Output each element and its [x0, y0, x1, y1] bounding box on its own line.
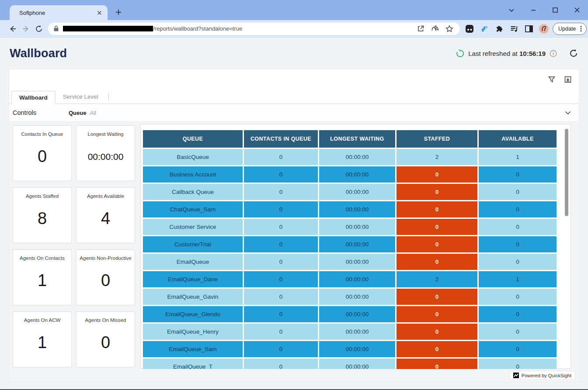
table-row[interactable]: Customer Service000:00:0000 [143, 219, 557, 235]
tab-wallboard[interactable]: Wallboard [11, 91, 56, 104]
key-icon[interactable] [479, 24, 490, 34]
cell-longest-waiting[interactable]: 00:00:00 [319, 201, 395, 217]
cell-longest-waiting[interactable]: 00:00:00 [319, 219, 395, 235]
cell-available[interactable]: 0 [479, 324, 557, 340]
cell-queue[interactable]: EmailQueue_Henry [143, 324, 243, 340]
cell-available[interactable]: 0 [479, 306, 557, 322]
cell-queue[interactable]: CustomerTrial [143, 236, 243, 252]
cell-contacts-in-queue[interactable]: 0 [244, 236, 318, 252]
cell-longest-waiting[interactable]: 00:00:00 [319, 271, 395, 287]
reload-icon[interactable] [32, 22, 45, 35]
cell-contacts-in-queue[interactable]: 0 [244, 341, 318, 357]
cell-staffed[interactable]: 0 [397, 219, 477, 235]
cell-contacts-in-queue[interactable]: 0 [244, 289, 318, 305]
table-row[interactable]: EmailQueue_Gavin000:00:0000 [143, 289, 557, 305]
cell-longest-waiting[interactable]: 00:00:00 [319, 359, 395, 369]
cell-longest-waiting[interactable]: 00:00:00 [319, 289, 395, 305]
bookmark-star-icon[interactable] [444, 24, 455, 34]
filter-funnel-icon[interactable] [547, 75, 556, 84]
cell-staffed[interactable]: 0 [397, 289, 477, 305]
cell-staffed[interactable]: 0 [397, 341, 477, 357]
cell-queue[interactable]: EmailQueue_Gavin [143, 289, 243, 305]
cell-staffed[interactable]: 0 [397, 201, 477, 217]
cell-staffed[interactable]: 0 [397, 306, 477, 322]
cell-longest-waiting[interactable]: 00:00:00 [319, 324, 395, 340]
puzzle-icon[interactable] [494, 24, 504, 34]
column-header[interactable]: CONTACTS IN QUEUE [244, 130, 318, 148]
minimize-icon[interactable] [528, 4, 539, 16]
close-icon[interactable] [95, 9, 103, 17]
cell-contacts-in-queue[interactable]: 0 [244, 271, 318, 287]
cell-longest-waiting[interactable]: 00:00:00 [319, 236, 395, 252]
playlist-icon[interactable] [509, 24, 519, 34]
table-row[interactable]: Business Account000:00:0000 [143, 166, 557, 183]
cell-longest-waiting[interactable]: 00:00:00 [319, 149, 395, 165]
export-icon[interactable] [564, 75, 572, 84]
cell-queue[interactable]: EmailQueue [143, 254, 243, 270]
cell-staffed[interactable]: 0 [397, 254, 477, 270]
open-in-new-icon[interactable] [415, 24, 426, 34]
cell-available[interactable]: 0 [479, 219, 557, 235]
tab-service-level[interactable]: Service Level [56, 90, 106, 104]
cell-staffed[interactable]: 2 [397, 149, 477, 165]
new-tab-icon[interactable] [113, 7, 124, 18]
table-row[interactable]: EmailQueue_Sam000:00:0000 [143, 341, 557, 357]
cell-staffed[interactable]: 0 [397, 324, 477, 340]
back-icon[interactable] [6, 22, 19, 35]
extension-dots-icon[interactable] [464, 24, 475, 34]
chevron-down-icon[interactable] [563, 108, 573, 117]
cell-contacts-in-queue[interactable]: 0 [244, 166, 318, 183]
cell-longest-waiting[interactable]: 00:00:00 [319, 166, 395, 183]
cell-queue[interactable]: EmailQueue_Sam [143, 341, 243, 357]
table-row[interactable]: Callback Queue000:00:0000 [143, 184, 557, 200]
table-row[interactable]: EmailQueue_Dane000:00:0021 [143, 271, 557, 287]
cell-queue[interactable]: BasicQueue [143, 149, 243, 165]
cell-available[interactable]: 0 [479, 359, 557, 369]
cell-available[interactable]: 0 [479, 166, 557, 183]
refresh-icon[interactable] [568, 48, 579, 59]
cell-contacts-in-queue[interactable]: 0 [244, 184, 318, 200]
table-row[interactable]: EmailQueue_Henry000:00:0000 [143, 324, 557, 340]
column-header[interactable]: LONGEST WAITING [319, 130, 395, 148]
side-panel-icon[interactable] [524, 24, 534, 34]
cell-available[interactable]: 1 [479, 149, 557, 165]
cell-contacts-in-queue[interactable]: 0 [244, 149, 318, 165]
maximize-icon[interactable] [550, 4, 561, 16]
column-header[interactable]: AVAILABLE [479, 130, 557, 148]
cell-staffed[interactable]: 0 [397, 359, 477, 369]
close-window-icon[interactable] [571, 4, 583, 16]
cell-contacts-in-queue[interactable]: 0 [244, 219, 318, 235]
table-row[interactable]: BasicQueue000:00:0021 [143, 149, 557, 165]
update-button[interactable]: Update [553, 23, 587, 35]
cell-queue[interactable]: Customer Service [143, 219, 243, 235]
table-row[interactable]: EmailQueue_Glendo000:00:0000 [143, 306, 557, 322]
cell-longest-waiting[interactable]: 00:00:00 [319, 254, 395, 270]
cell-staffed[interactable]: 2 [397, 271, 477, 287]
share-icon[interactable] [430, 24, 440, 34]
cell-queue[interactable]: EmailQueue_T [143, 359, 243, 369]
cell-contacts-in-queue[interactable]: 0 [244, 201, 318, 217]
cell-staffed[interactable]: 0 [397, 166, 477, 183]
cell-contacts-in-queue[interactable]: 0 [244, 306, 318, 322]
cell-available[interactable]: 0 [479, 236, 557, 252]
browser-tab[interactable]: Softphone [10, 5, 108, 20]
column-header[interactable]: QUEUE [143, 130, 243, 148]
cell-available[interactable]: 0 [479, 201, 557, 217]
cell-queue[interactable]: Business Account [143, 166, 243, 183]
forward-icon[interactable] [19, 22, 32, 35]
cell-longest-waiting[interactable]: 00:00:00 [319, 341, 395, 357]
url-bar[interactable]: /reports/wallboard?standalone=true [48, 23, 460, 35]
cell-staffed[interactable]: 0 [397, 236, 477, 252]
cell-available[interactable]: 0 [479, 184, 557, 200]
cell-longest-waiting[interactable]: 00:00:00 [319, 306, 395, 322]
cell-available[interactable]: 0 [479, 289, 557, 305]
cell-queue[interactable]: Callback Queue [143, 184, 243, 200]
queue-filter[interactable]: Queue All [69, 110, 96, 116]
window-chevron-icon[interactable] [506, 4, 517, 16]
column-header[interactable]: STAFFED [397, 130, 477, 148]
cell-queue[interactable]: EmailQueue_Dane [143, 271, 243, 287]
more-menu-icon[interactable] [578, 25, 584, 32]
cell-queue[interactable]: EmailQueue_Glendo [143, 306, 243, 322]
info-icon[interactable] [550, 50, 557, 57]
cell-contacts-in-queue[interactable]: 0 [244, 324, 318, 340]
